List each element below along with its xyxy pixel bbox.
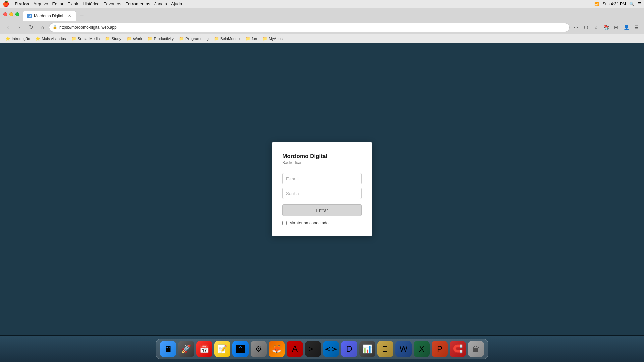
bookmark-label: BelaMondo: [220, 37, 240, 41]
bookmark-folder-icon: 📁: [245, 36, 250, 41]
login-card: Mordomo Digital Backoffice Entrar Manten…: [272, 142, 372, 236]
browser-chrome: M Mordomo Digital ✕ + ‹ › ↻ ⌂ 🔒 https://…: [0, 8, 644, 43]
tab-bar: M Mordomo Digital ✕ +: [23, 8, 644, 21]
forward-button[interactable]: ›: [15, 23, 24, 32]
bookmark-folder-icon: ⭐: [5, 36, 10, 41]
app-title: Mordomo Digital: [282, 153, 362, 160]
menu-favoritos[interactable]: Favoritos: [103, 1, 121, 6]
menu-firefox[interactable]: Firefox: [15, 1, 29, 6]
dock-item-finder[interactable]: 🖥: [160, 341, 176, 357]
dock-item-trash[interactable]: 🗑: [468, 341, 484, 357]
dock-item-calendar[interactable]: 📅: [196, 341, 212, 357]
dock-item-vs-code[interactable]: ≺≻: [323, 341, 339, 357]
remember-label: Mantenha conectado: [289, 221, 329, 225]
back-button[interactable]: ‹: [3, 23, 13, 32]
dock-item-magnet[interactable]: 🧲: [450, 341, 466, 357]
dock-item-powerpoint[interactable]: P: [432, 341, 448, 357]
menu-janela[interactable]: Janela: [154, 1, 167, 6]
app-subtitle: Backoffice: [282, 160, 362, 165]
pocket-button[interactable]: ⬡: [582, 23, 590, 32]
new-tab-button[interactable]: +: [77, 11, 87, 21]
bookmark-study[interactable]: 📁Study: [103, 36, 123, 42]
search-icon[interactable]: 🔍: [629, 2, 634, 6]
menu-ferramentas[interactable]: Ferramentas: [125, 1, 150, 6]
menu-ajuda[interactable]: Ajuda: [171, 1, 182, 6]
dock-item-launchpad[interactable]: 🚀: [178, 341, 194, 357]
bookmark-folder-icon: 📁: [71, 36, 76, 41]
library-button[interactable]: 📚: [602, 23, 610, 32]
reload-button[interactable]: ↻: [26, 23, 36, 32]
remember-checkbox[interactable]: [282, 221, 287, 225]
extensions-button[interactable]: ⋯: [572, 23, 580, 32]
account-button[interactable]: 👤: [622, 23, 631, 32]
bookmark-folder-icon: 📁: [179, 36, 184, 41]
bookmark-introdução[interactable]: ⭐Introdução: [3, 36, 32, 42]
tab-favicon: M: [27, 14, 32, 18]
password-input[interactable]: [282, 188, 362, 199]
app-menu-button[interactable]: ☰: [632, 23, 641, 32]
wifi-icon: 📶: [594, 2, 599, 6]
bookmarks-bar: ⭐Introdução⭐Mais visitados📁Social Media📁…: [0, 34, 644, 43]
synced-tabs-button[interactable]: ⊞: [612, 23, 621, 32]
bookmark-belamondo[interactable]: 📁BelaMondo: [212, 36, 242, 42]
dock-item-firefox[interactable]: 🦊: [269, 341, 285, 357]
address-bar[interactable]: 🔒 https://mordomo-digital.web.app: [49, 23, 570, 32]
tab-close-button[interactable]: ✕: [67, 13, 72, 19]
dock-item-sysprefs[interactable]: ⚙: [251, 341, 267, 357]
submit-button[interactable]: Entrar: [282, 204, 362, 216]
bookmark-label: Programming: [185, 37, 209, 41]
bookmark-productivity[interactable]: 📁Productivity: [145, 36, 175, 42]
home-button[interactable]: ⌂: [38, 23, 47, 32]
remember-row: Mantenha conectado: [282, 221, 362, 225]
password-group: [282, 188, 362, 199]
bookmark-label: Introdução: [12, 37, 30, 41]
dock-item-terminal[interactable]: >_: [305, 341, 321, 357]
bookmark-folder-icon: 📁: [262, 36, 267, 41]
nav-bar: ‹ › ↻ ⌂ 🔒 https://mordomo-digital.web.ap…: [0, 21, 644, 34]
url-text: https://mordomo-digital.web.app: [59, 25, 566, 30]
bookmark-fun[interactable]: 📁fun: [243, 36, 259, 42]
bookmark-social-media[interactable]: 📁Social Media: [69, 36, 102, 42]
menu-arquivo[interactable]: Arquivo: [33, 1, 48, 6]
dock-item-activity-monitor[interactable]: 📊: [359, 341, 375, 357]
bookmark-label: Productivity: [154, 37, 173, 41]
dock-item-word[interactable]: W: [395, 341, 412, 357]
dock-item-appstore[interactable]: 🅰: [232, 341, 249, 357]
bookmark-myapps[interactable]: 📁MyApps: [260, 36, 285, 42]
bookmark-mais-visitados[interactable]: ⭐Mais visitados: [33, 36, 68, 42]
bookmark-button[interactable]: ☆: [592, 23, 600, 32]
dock-item-stickies[interactable]: 📝: [214, 341, 230, 357]
dock-item-discord[interactable]: D: [341, 341, 357, 357]
email-input[interactable]: [282, 173, 362, 184]
window-close-button[interactable]: [3, 12, 7, 16]
bookmark-work[interactable]: 📁Work: [125, 36, 144, 42]
dock-item-notes[interactable]: 🗒: [377, 341, 393, 357]
nav-actions: ⋯ ⬡ ☆ 📚 ⊞ 👤 ☰: [572, 23, 641, 32]
browser-content: Mordomo Digital Backoffice Entrar Manten…: [0, 43, 644, 335]
bookmark-label: Mais visitados: [42, 37, 66, 41]
menubar: 🍎 Firefox Arquivo Editar Exibir Históric…: [0, 0, 644, 8]
menu-exibir[interactable]: Exibir: [67, 1, 78, 6]
menu-historico[interactable]: Histórico: [83, 1, 100, 6]
bookmark-folder-icon: 📁: [214, 36, 219, 41]
bookmark-programming[interactable]: 📁Programming: [177, 36, 211, 42]
bookmark-folder-icon: ⭐: [35, 36, 40, 41]
bookmark-folder-icon: 📁: [105, 36, 110, 41]
active-tab[interactable]: M Mordomo Digital ✕: [23, 11, 76, 21]
menu-editar[interactable]: Editar: [52, 1, 63, 6]
dock-area: 🖥🚀📅📝🅰⚙🦊A>_≺≻D📊🗒WXP🧲🗑: [0, 335, 644, 362]
apple-menu[interactable]: 🍎: [3, 1, 9, 7]
window-maximize-button[interactable]: [15, 12, 19, 16]
dock-item-acrobat[interactable]: A: [287, 341, 303, 357]
bookmark-label: MyApps: [269, 37, 283, 41]
dock-item-excel[interactable]: X: [414, 341, 430, 357]
bookmark-label: Social Media: [78, 37, 100, 41]
tab-bar-row: M Mordomo Digital ✕ +: [0, 8, 644, 21]
tab-title: Mordomo Digital: [34, 14, 65, 18]
bookmark-label: Study: [111, 37, 121, 41]
bookmark-label: Work: [133, 37, 142, 41]
window-minimize-button[interactable]: [9, 12, 13, 16]
lock-icon: 🔒: [53, 25, 57, 29]
hamburger-icon[interactable]: ☰: [638, 2, 641, 6]
bookmark-folder-icon: 📁: [127, 36, 132, 41]
